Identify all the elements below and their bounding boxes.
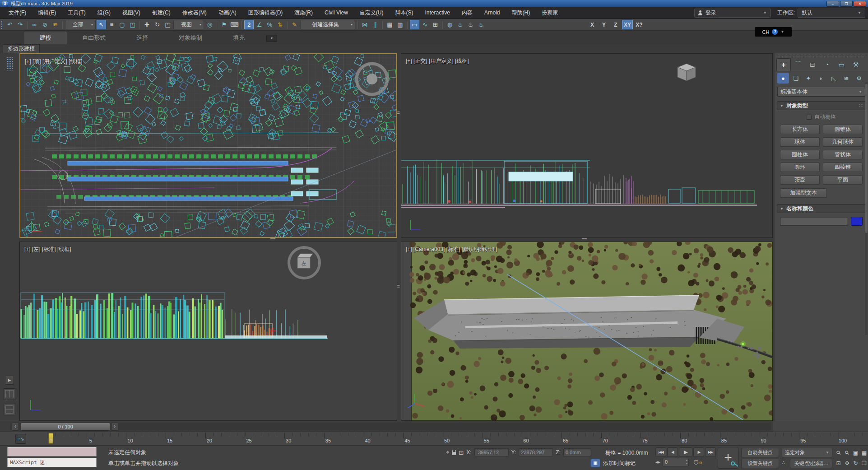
spacewarps-category[interactable]: ≋: [840, 73, 852, 84]
close-button[interactable]: ✕: [854, 1, 866, 7]
axis-snap-button[interactable]: X?: [634, 20, 645, 29]
mirror-icon[interactable]: ⋈: [360, 20, 370, 29]
menu-banjiajia[interactable]: 扮家家: [536, 7, 564, 19]
lights-category[interactable]: ✦: [803, 73, 814, 84]
tab-freeform[interactable]: 自由形式: [67, 32, 121, 44]
viewport-orthographic[interactable]: [+] [正交] [用户定义] [线框]: [401, 53, 773, 238]
menu-views[interactable]: 视图(V): [116, 7, 146, 19]
tab-object-paint[interactable]: 对象绘制: [163, 32, 218, 44]
viewport-layout-button-2[interactable]: [4, 404, 15, 415]
toggle-scene-explorer-icon[interactable]: ▤: [385, 20, 395, 29]
rectangular-selection-icon[interactable]: ▢: [117, 20, 127, 29]
pyramid-button[interactable]: 四棱锥: [823, 163, 863, 172]
tube-button[interactable]: 管状体: [823, 150, 863, 159]
named-sets-dropdown[interactable]: 创建选择集: [300, 20, 355, 29]
auto-key-button[interactable]: 自动关键点: [741, 448, 779, 457]
teapot-button[interactable]: 茶壶: [780, 175, 820, 185]
window-crossing-icon[interactable]: ◳: [128, 20, 137, 29]
shapes-category[interactable]: ❏: [790, 73, 802, 84]
menu-edit[interactable]: 编辑(E): [32, 7, 62, 19]
expand-strip-button[interactable]: ▶: [5, 376, 14, 385]
schematic-view-icon[interactable]: ⊞: [431, 20, 440, 29]
render-production-icon[interactable]: ♨: [476, 20, 486, 29]
helpers-category[interactable]: ◺: [828, 73, 840, 84]
polygon-modeling-tab[interactable]: 多边形建模: [3, 44, 40, 53]
zoom-extents-all-icon[interactable]: ▦: [860, 447, 868, 458]
previous-frame-arrow[interactable]: ‹: [12, 423, 19, 431]
pan-icon[interactable]: ✥: [843, 458, 851, 468]
name-color-rollout[interactable]: ▼ 名称和颜色: [777, 204, 866, 213]
select-and-manipulate-icon[interactable]: ⚑: [219, 20, 229, 29]
angle-snap-icon[interactable]: ∠: [255, 20, 264, 29]
object-name-field[interactable]: [780, 217, 848, 226]
viewport-layout-button-1[interactable]: [4, 388, 15, 400]
menu-create[interactable]: 创建(C): [146, 7, 176, 19]
viewport-splitter-vertical-top[interactable]: ━━: [397, 53, 401, 238]
autogrid-checkbox[interactable]: [807, 115, 812, 120]
menu-animation[interactable]: 动画(A): [213, 7, 242, 19]
axis-xy-button[interactable]: XY: [622, 20, 633, 29]
menu-interactive[interactable]: Interactive: [419, 7, 455, 19]
snap-toggle-icon[interactable]: 2: [244, 20, 254, 29]
select-and-link-icon[interactable]: ∞: [30, 20, 39, 29]
orbit-icon[interactable]: ↻: [851, 458, 860, 468]
time-slider-track[interactable]: [10, 423, 771, 430]
time-configuration-icon[interactable]: ◷⚙: [690, 458, 702, 466]
tab-modeling[interactable]: 建模: [24, 32, 67, 44]
axis-y-button[interactable]: Y: [599, 20, 609, 29]
utilities-tab[interactable]: ⚒: [849, 58, 863, 71]
menu-help[interactable]: 帮助(H): [506, 7, 536, 19]
display-tab[interactable]: ▭: [834, 58, 849, 71]
select-by-name-icon[interactable]: ≡: [107, 20, 116, 29]
viewport-splitter-horizontal[interactable]: ━━ ━━: [19, 238, 773, 242]
cylinder-button[interactable]: 圆柱体: [780, 150, 820, 159]
set-key-big-button[interactable]: +: [718, 447, 738, 469]
cone-button[interactable]: 圆锥体: [823, 125, 863, 134]
keyboard-override-icon[interactable]: ⌨: [230, 20, 239, 29]
motion-tab[interactable]: ◔: [820, 58, 834, 71]
language-help-badge[interactable]: CH ? ▼: [755, 27, 792, 37]
reference-coordinate-dropdown[interactable]: 视图: [173, 20, 204, 29]
zoom-region-icon[interactable]: ⊡: [834, 458, 843, 468]
key-filters-button[interactable]: 关键点过滤器...: [790, 459, 832, 468]
menu-civil-view[interactable]: Civil View: [319, 7, 354, 19]
use-pivot-center-icon[interactable]: ◎: [205, 20, 214, 29]
cameras-category[interactable]: ◗: [815, 73, 827, 84]
menu-tools[interactable]: 工具(T): [62, 7, 91, 19]
toggle-layer-explorer-icon[interactable]: ▥: [395, 20, 405, 29]
frame-spinner[interactable]: ▲▼: [686, 458, 688, 465]
viewport-top[interactable]: [+] [顶] [用户定义] [线框]: [19, 53, 397, 238]
menu-group[interactable]: 组(G): [92, 7, 116, 19]
add-time-tag[interactable]: 添加时间标记: [603, 460, 636, 467]
torus-button[interactable]: 圆环: [780, 163, 820, 172]
menu-customize[interactable]: 自定义(U): [354, 7, 390, 19]
go-to-end-button[interactable]: ▶▶|: [705, 447, 716, 457]
isolate-selection-icon[interactable]: ▣: [590, 459, 600, 467]
select-and-rotate-icon[interactable]: ↻: [153, 20, 162, 29]
geosphere-button[interactable]: 几何球体: [823, 137, 863, 147]
undo-icon[interactable]: ↶: [5, 20, 14, 29]
plane-button[interactable]: 平面: [823, 175, 863, 185]
panel-drag-handle[interactable]: [776, 54, 866, 57]
frame-nudge-icon[interactable]: ◀▶: [655, 458, 663, 466]
viewport-top-canvas[interactable]: [20, 54, 396, 237]
current-frame-field[interactable]: 0▲▼: [663, 458, 689, 466]
sphere-button[interactable]: 球体: [780, 137, 820, 147]
x-coordinate-field[interactable]: -39957.12: [474, 448, 509, 456]
viewport-splitter-vertical-bottom[interactable]: ━━: [397, 242, 401, 421]
selection-filter-dropdown[interactable]: 全部: [65, 20, 96, 29]
geometry-category[interactable]: ●: [777, 73, 789, 84]
next-frame-button[interactable]: |▶: [693, 447, 704, 457]
menu-modifiers[interactable]: 修改器(M): [176, 7, 213, 19]
viewport-orthographic-canvas[interactable]: [401, 54, 772, 237]
align-icon[interactable]: ∥: [371, 20, 380, 29]
menu-file[interactable]: 文件(F): [3, 7, 32, 19]
object-color-swatch[interactable]: [851, 217, 863, 226]
maxscript-label[interactable]: MAXScript 迷: [7, 458, 97, 467]
viewport-camera-label[interactable]: [+] [Camera003] [标准] [默认明暗处理]: [406, 246, 497, 253]
maximize-viewport-icon[interactable]: ❐: [860, 458, 868, 468]
text-plus-button[interactable]: 加强型文本: [780, 188, 827, 198]
select-object-icon[interactable]: ↖: [97, 20, 106, 29]
viewport-camera-canvas[interactable]: [401, 242, 772, 420]
ribbon-overflow-button[interactable]: ▾: [266, 35, 277, 42]
